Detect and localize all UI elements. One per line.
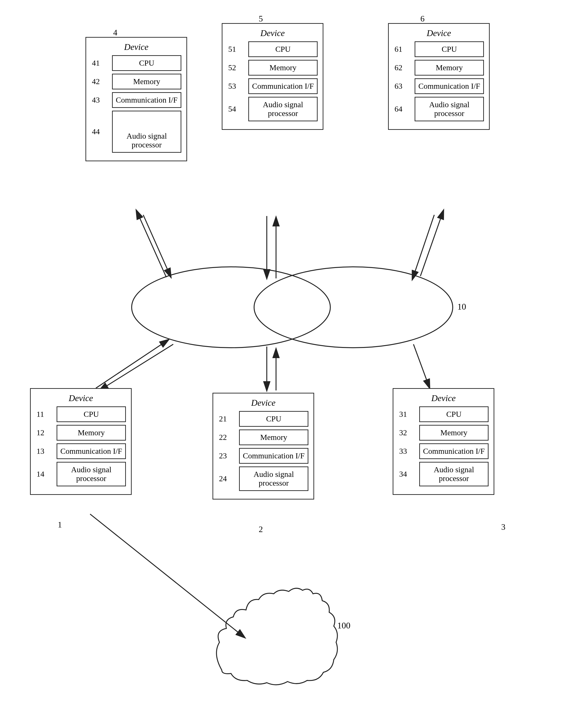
device-6-memory: 62 Memory — [415, 60, 484, 76]
device-3-memory: 32 Memory — [419, 425, 489, 441]
device-1-memory: 12 Memory — [56, 425, 126, 441]
svg-line-7 — [136, 210, 166, 277]
device-6-title: Device — [394, 28, 484, 38]
svg-line-12 — [99, 344, 173, 391]
device-2: Device 21 CPU 22 Memory 23 Communication… — [212, 393, 314, 499]
device-1-audio: 14 Audio signalprocessor — [56, 462, 126, 486]
device-4: Device 41 CPU 42 Memory 43 Communication… — [85, 37, 187, 161]
svg-line-6 — [143, 215, 171, 277]
svg-line-13 — [96, 339, 169, 388]
device-6-comm: 63 Communication I/F — [415, 78, 484, 94]
device-5-comm: 53 Communication I/F — [248, 78, 318, 94]
svg-line-11 — [420, 210, 444, 276]
device-3-title: Device — [399, 393, 489, 403]
device-6-audio: 64 Audio signalprocessor — [415, 97, 484, 121]
device-1-title: Device — [36, 393, 126, 403]
ref-5: 5 — [259, 14, 263, 24]
device-1-comm: 13 Communication I/F — [56, 443, 126, 459]
device-5-cpu: 51 CPU — [248, 41, 318, 57]
device-5: Device 51 CPU 52 Memory 53 Communication… — [222, 23, 323, 130]
device-4-comm: 43 Communication I/F — [112, 92, 181, 108]
svg-line-16 — [413, 344, 429, 388]
device-6-cpu: 61 CPU — [415, 41, 484, 57]
device-5-audio: 54 Audio signalprocessor — [248, 97, 318, 121]
svg-text:10: 10 — [457, 302, 466, 312]
ref-6: 6 — [420, 14, 424, 24]
device-3-cpu: 31 CPU — [419, 406, 489, 422]
device-3: Device 31 CPU 32 Memory 33 Communication… — [393, 388, 494, 495]
ref-4: 4 — [113, 28, 117, 37]
ref-2: 2 — [259, 524, 263, 534]
svg-line-10 — [412, 215, 434, 280]
device-4-cpu: 41 CPU — [112, 55, 181, 71]
device-2-audio: 24 Audio signalprocessor — [239, 467, 309, 491]
device-3-audio: 34 Audio signalprocessor — [419, 462, 489, 486]
device-5-memory: 52 Memory — [248, 60, 318, 76]
device-3-comm: 33 Communication I/F — [419, 443, 489, 459]
device-2-memory: 22 Memory — [239, 430, 309, 445]
ref-3: 3 — [501, 522, 505, 532]
device-5-title: Device — [228, 28, 318, 38]
device-1: Device 11 CPU 12 Memory 13 Communication… — [30, 388, 132, 495]
device-2-comm: 23 Communication I/F — [239, 448, 309, 464]
device-4-memory: 42 Memory — [112, 74, 181, 89]
device-2-cpu: 21 CPU — [239, 411, 309, 427]
svg-point-4 — [132, 267, 330, 348]
ref-1: 1 — [58, 520, 62, 530]
svg-text:100: 100 — [337, 620, 351, 630]
device-4-title: Device — [91, 42, 181, 52]
device-4-audio: 44 Audio signalprocessor — [112, 111, 181, 153]
svg-line-17 — [90, 514, 245, 638]
device-1-cpu: 11 CPU — [56, 406, 126, 422]
device-2-title: Device — [218, 398, 309, 408]
svg-point-5 — [254, 267, 453, 348]
device-6: Device 61 CPU 62 Memory 63 Communication… — [388, 23, 490, 130]
